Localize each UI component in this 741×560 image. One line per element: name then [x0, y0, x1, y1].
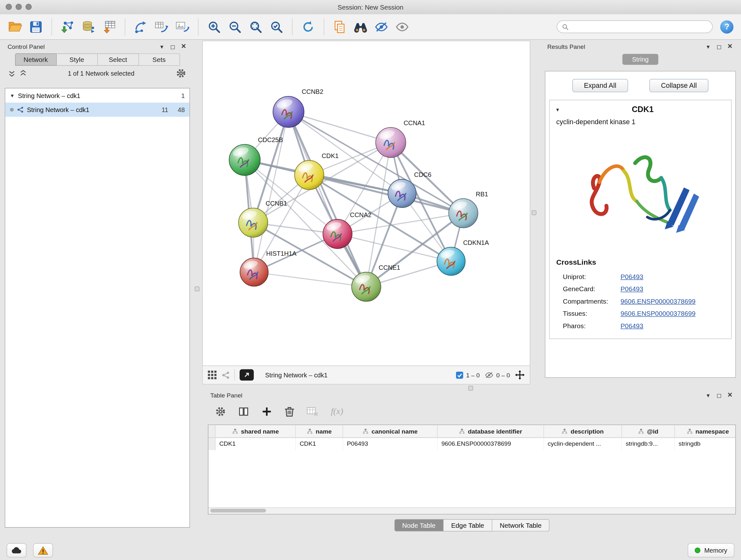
maximize-panel-icon[interactable]: ◻ — [716, 392, 723, 398]
find-button[interactable] — [351, 17, 370, 37]
help-button[interactable]: ? — [720, 20, 733, 33]
network-node-CCNA1[interactable] — [376, 127, 406, 158]
splitter-handle[interactable] — [468, 386, 473, 390]
network-node-CDKN1A[interactable] — [437, 247, 465, 275]
network-node-CDC6[interactable] — [388, 179, 416, 207]
scrollbar-thumb[interactable] — [210, 509, 266, 512]
crosslink-link[interactable]: 9606.ENSP00000378699 — [620, 297, 695, 305]
column-header-canonical-name[interactable]: canonical name — [343, 425, 437, 437]
splitter-handle[interactable] — [195, 287, 199, 291]
tab-network[interactable]: Network — [15, 53, 57, 66]
zoom-out-button[interactable] — [225, 17, 244, 37]
search-input[interactable] — [572, 23, 708, 30]
tab-select[interactable]: Select — [98, 53, 139, 66]
network-share-icon-gray[interactable] — [222, 371, 230, 379]
collection-expander-icon[interactable]: ▼ — [10, 93, 15, 98]
table-cell[interactable]: CDK1 — [215, 438, 296, 450]
network-node-CDC25B[interactable] — [229, 144, 260, 175]
tab-edge-table[interactable]: Edge Table — [444, 519, 492, 532]
table-cell[interactable]: 9606.ENSP00000378699 — [437, 438, 544, 450]
float-panel-icon[interactable]: ▾ — [704, 44, 712, 50]
tab-network-table[interactable]: Network Table — [492, 519, 549, 532]
show-all-button[interactable] — [393, 17, 412, 37]
expand-all-icon[interactable] — [20, 70, 26, 77]
network-node-CDK1[interactable] — [294, 160, 324, 190]
column-header-@id[interactable]: @id — [622, 425, 675, 437]
maximize-panel-icon[interactable]: ◻ — [169, 44, 176, 50]
delete-table-icon[interactable] — [307, 407, 319, 416]
column-header-description[interactable]: description — [544, 425, 622, 437]
birdseye-view-button[interactable] — [240, 369, 254, 381]
save-session-button[interactable] — [26, 17, 45, 37]
network-node-CCNE1[interactable] — [352, 272, 381, 301]
checkbox-icon[interactable] — [456, 371, 464, 379]
zoom-selected-button[interactable] — [267, 17, 286, 37]
export-image-button[interactable] — [173, 17, 192, 37]
column-header-namespace[interactable]: namespace — [675, 425, 736, 437]
network-node-RB1[interactable] — [449, 199, 478, 228]
column-header-name[interactable]: name — [296, 425, 343, 437]
crosslink-link[interactable]: 9606.ENSP00000378699 — [620, 310, 695, 317]
network-node-CCNB1[interactable] — [239, 208, 268, 238]
string-network-graph[interactable]: CCNB2CCNA1CDC25BCDK1CDC6RB1CCNB1CCNA2CDK… — [203, 41, 530, 366]
table-cell[interactable]: stringdb:9... — [622, 438, 675, 450]
add-column-icon[interactable] — [261, 406, 272, 417]
section-expander-icon[interactable]: ▼ — [555, 107, 560, 112]
table-cell[interactable]: stringdb — [675, 438, 736, 450]
splitter-handle[interactable] — [532, 210, 536, 215]
network-canvas[interactable]: CCNB2CCNA1CDC25BCDK1CDC6RB1CCNB1CCNA2CDK… — [203, 41, 530, 366]
network-collection-row[interactable]: ▼ String Network – cdk1 1 — [5, 88, 190, 103]
memory-button[interactable]: Memory — [688, 543, 734, 557]
float-panel-icon[interactable]: ▾ — [158, 44, 165, 50]
expand-all-button[interactable]: Expand All — [572, 79, 628, 92]
network-options-gear-icon[interactable] — [176, 68, 186, 78]
table-cell[interactable]: cyclin-dependent ... — [544, 438, 622, 450]
zoom-fit-button[interactable] — [246, 17, 265, 37]
delete-column-icon[interactable] — [285, 406, 294, 417]
network-status-dot — [10, 108, 14, 112]
table-cell[interactable]: P06493 — [343, 438, 437, 450]
maximize-panel-icon[interactable]: ◻ — [716, 44, 723, 50]
grid-view-icon[interactable] — [207, 370, 217, 380]
cloud-button[interactable] — [7, 543, 26, 557]
collapse-all-icon[interactable] — [9, 70, 15, 77]
copy-document-button[interactable] — [330, 17, 349, 37]
open-session-button[interactable] — [6, 17, 24, 37]
crosslink-link[interactable]: P06493 — [620, 322, 643, 329]
show-columns-icon[interactable] — [238, 406, 249, 417]
toolbar-search-field[interactable] — [557, 20, 713, 33]
column-header-database-identifier[interactable]: database identifier — [437, 425, 544, 437]
table-cell[interactable]: CDK1 — [296, 438, 343, 450]
tab-string[interactable]: String — [623, 54, 658, 65]
import-network-button[interactable] — [58, 17, 77, 37]
column-header-shared-name[interactable]: shared name — [215, 425, 296, 437]
import-network-database-button[interactable] — [79, 17, 98, 37]
float-panel-icon[interactable]: ▾ — [704, 392, 712, 398]
collapse-all-button[interactable]: Collapse All — [649, 79, 709, 92]
pan-move-icon[interactable] — [515, 370, 525, 380]
tab-node-table[interactable]: Node Table — [394, 519, 444, 532]
crosslink-link[interactable]: P06493 — [620, 273, 643, 280]
network-row[interactable]: String Network – cdk1 11 48 — [5, 103, 190, 117]
close-panel-icon[interactable]: × — [180, 42, 187, 50]
horizontal-scrollbar[interactable] — [208, 507, 735, 514]
warnings-button[interactable] — [33, 543, 53, 557]
table-row[interactable]: CDK1CDK1P064939606.ENSP00000378699cyclin… — [208, 438, 735, 450]
network-node-CCNB2[interactable] — [273, 97, 304, 127]
network-from-selection-button[interactable] — [131, 17, 150, 37]
tab-style[interactable]: Style — [57, 53, 98, 66]
hidden-eye-icon[interactable] — [484, 371, 494, 378]
table-options-gear-icon[interactable] — [215, 406, 226, 417]
network-from-table-button[interactable] — [152, 17, 171, 37]
refresh-layout-button[interactable] — [299, 17, 318, 37]
tab-sets[interactable]: Sets — [139, 53, 180, 66]
network-node-CCNA2[interactable] — [323, 219, 352, 249]
function-builder-icon[interactable]: f(x) — [331, 406, 343, 417]
hide-selected-button[interactable] — [372, 17, 391, 37]
network-node-HIST1H1A[interactable] — [240, 258, 268, 287]
import-table-button[interactable] — [99, 17, 118, 37]
close-panel-icon[interactable]: × — [726, 42, 733, 50]
close-panel-icon[interactable]: × — [726, 391, 733, 399]
zoom-in-button[interactable] — [205, 17, 223, 37]
crosslink-link[interactable]: P06493 — [620, 285, 643, 293]
